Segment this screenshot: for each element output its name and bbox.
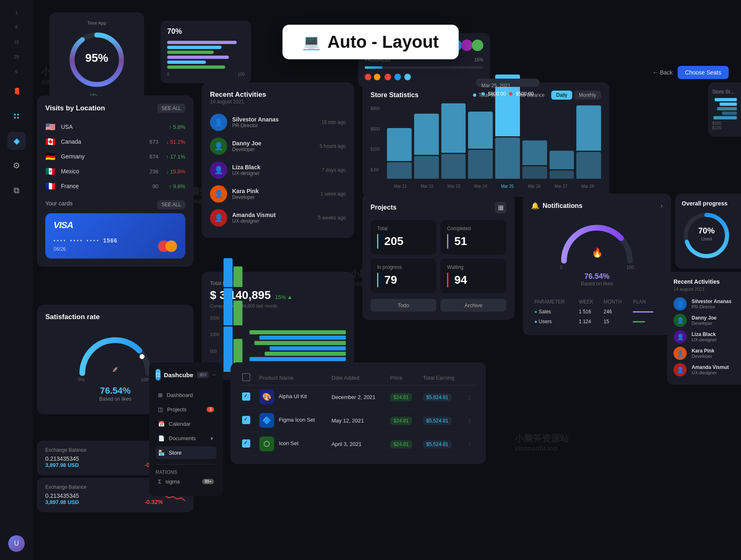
- figma-icon[interactable]: [7, 82, 26, 100]
- visa-card[interactable]: VISA •••• •••• •••• 1566 06/26: [45, 213, 185, 259]
- svg-text:95%: 95%: [85, 51, 108, 64]
- title-icon: 💻: [302, 33, 321, 51]
- price-2: $24.81: [390, 440, 412, 448]
- product-table-card: Product Name Date Added Price Total Earn…: [231, 362, 486, 464]
- select-all-checkbox[interactable]: [242, 373, 250, 381]
- right-act-3: 👤 Kara Pink Developer: [673, 345, 734, 362]
- activity-info-2: Liza Black UX-designer: [232, 164, 317, 176]
- satisfaction-title: Satisfaction rate: [45, 313, 185, 321]
- notifications-card: 🔔 Notifications › 🔥 0 100 76.54% Based o…: [523, 194, 671, 335]
- row-menu-0: ⋮: [464, 385, 478, 409]
- svg-rect-1: [17, 114, 19, 115]
- visits-title: Visits by Location: [45, 104, 105, 112]
- mastercard-icon: [158, 240, 177, 252]
- your-cards-section: Your cards SEE ALL VISA •••• •••• •••• 1…: [45, 200, 185, 259]
- projects-grid: Total 205 Completed 51 In progress 79 Wa…: [370, 220, 506, 293]
- top-bar-card: 70% 0 100: [161, 21, 251, 83]
- right-activities-card: Recent Activities 14 august 2021 👤 Silve…: [667, 272, 741, 385]
- sidebar-num-4: 29: [0, 53, 33, 61]
- choose-seats-button[interactable]: Choose Seats: [678, 66, 729, 79]
- bell-icon: 🔔: [531, 202, 539, 210]
- nav-sigma[interactable]: Σ sigma 99+: [156, 475, 217, 488]
- row-checkbox-0[interactable]: [242, 392, 250, 401]
- nav-store[interactable]: 🏪 Store: [156, 446, 217, 459]
- visits-card-header: Visits by Location SEE ALL: [45, 104, 185, 113]
- right-act-0: 👤 Silvestor Ananas PR-Director: [673, 296, 734, 312]
- nav-store-label: Store: [169, 450, 182, 456]
- sidebar-num-5: 6: [0, 68, 33, 76]
- activities-card: Recent Activities 14 august 2021 👤 Silve…: [202, 82, 354, 238]
- settings-icon[interactable]: ⚙: [7, 156, 26, 175]
- notif-title: Notifications: [543, 202, 583, 210]
- store-right-title: Store St...: [712, 89, 737, 95]
- row-checkbox-1[interactable]: [242, 416, 250, 424]
- svg-text:🚀: 🚀: [112, 366, 118, 372]
- watermark-7: 小脑斧资源站: [515, 432, 569, 445]
- sidebar-num-1: 1: [0, 8, 33, 16]
- activity-info-1: Danny Joe Developer: [232, 140, 315, 152]
- todo-button[interactable]: Todo: [370, 299, 436, 312]
- nav-documents[interactable]: 📄 Documents ▼: [156, 432, 217, 445]
- sat-pct: 76.54%: [100, 385, 131, 396]
- projects-menu-icon[interactable]: ⊞: [495, 202, 506, 213]
- bar-axis: 0 100: [167, 72, 245, 77]
- see-all-visits-button[interactable]: SEE ALL: [157, 104, 185, 113]
- right-activities-title: Recent Activities: [673, 278, 734, 285]
- progress-fill: [365, 66, 382, 69]
- nav-sigma-label: sigma: [165, 478, 180, 485]
- product-row-1: 🔷 Figma Icon Set May 12, 2021 $24.81 $5,…: [239, 409, 478, 432]
- archive-button[interactable]: Archive: [440, 299, 506, 312]
- nav-breadcrumb: ← Back Choose Seats: [652, 66, 729, 79]
- location-mexico: 🇲🇽 Mexico 236 ↓ 15.8%: [45, 164, 185, 179]
- dashcube-kbd: ⌘H: [197, 372, 209, 378]
- notif-row-users: ● Users 1 124 15: [532, 317, 662, 326]
- slack-icon[interactable]: [7, 107, 26, 125]
- top-bar-chart: [167, 41, 245, 69]
- row-menu-1: ⋮: [464, 409, 478, 432]
- toggle-monthly[interactable]: Monthly: [574, 91, 601, 100]
- nav-calendar[interactable]: 📅 Calendar: [156, 418, 217, 430]
- svg-rect-0: [14, 114, 16, 115]
- notif-pct: 76.54%: [584, 272, 609, 281]
- location-list: 🇺🇸 USA ↑ 5.8% 🇨🇦 Canada 673 ↓ 51.2% 🇩🇪 G…: [45, 119, 185, 194]
- right-act-1: 👤 Danny Joe Developer: [673, 312, 734, 329]
- col-price: Price: [387, 371, 420, 385]
- activity-1: 👤 Danny Joe Developer 5 hours ago: [210, 134, 346, 158]
- projects-card: Projects ⊞ Total 205 Completed 51 In pro…: [362, 194, 515, 320]
- visits-by-location-card: Visits by Location SEE ALL 🇺🇸 USA ↑ 5.8%…: [37, 96, 193, 267]
- product-avatar-2: ⬡: [259, 436, 274, 451]
- notif-pct-label: Based on likes: [581, 281, 613, 287]
- toggle-group: Daily Monthly: [551, 91, 601, 100]
- nav-documents-label: Documents: [169, 435, 196, 441]
- diamond-icon[interactable]: ◆: [7, 132, 26, 150]
- sidebar-num-2: 8: [0, 23, 33, 31]
- notif-arrow[interactable]: ›: [661, 202, 663, 210]
- row-checkbox-2[interactable]: [242, 439, 250, 448]
- sat-label: Based on likes: [99, 396, 131, 402]
- nav-projects[interactable]: ◫ Projects 3: [156, 403, 217, 416]
- toggle-daily[interactable]: Daily: [551, 91, 572, 100]
- price-0: $24.81: [390, 393, 412, 401]
- activity-avatar-4: 👤: [210, 209, 227, 226]
- activity-avatar-0: 👤: [210, 114, 227, 131]
- activity-4: 👤 Amanda Vismut UX-designer 5 weeks ago: [210, 206, 346, 230]
- activity-info-4: Amanda Vismut UX-designer: [232, 212, 313, 224]
- svg-rect-3: [17, 117, 19, 119]
- notif-row-sales: ● Sales 1 516 246: [532, 307, 662, 316]
- stat-inprogress: In progress 79: [370, 259, 436, 293]
- earning-change: 15% ▲: [275, 294, 293, 300]
- exchange-change-2: -0.32%: [144, 499, 163, 505]
- avatar[interactable]: U: [8, 535, 25, 552]
- see-all-cards-button[interactable]: SEE ALL: [157, 200, 185, 209]
- product-avatar-0: 🎨: [259, 390, 274, 404]
- stat-completed: Completed 51: [440, 220, 506, 254]
- activities-date: 14 august 2021: [210, 99, 346, 105]
- back-button[interactable]: ← Back: [652, 69, 673, 76]
- your-cards-label: Your cards SEE ALL: [45, 200, 185, 209]
- store-stats-right-partial: Store St... $500 $100: [708, 82, 741, 137]
- dashcube-arrow: ←: [212, 372, 217, 378]
- dashcube-logo: ⊡ Dashcube ⌘H ←: [156, 369, 217, 380]
- nav-dashboard[interactable]: ⊞ Dashboard: [156, 389, 217, 401]
- layers-icon[interactable]: ⧉: [7, 181, 26, 199]
- visa-logo: VISA: [54, 220, 177, 231]
